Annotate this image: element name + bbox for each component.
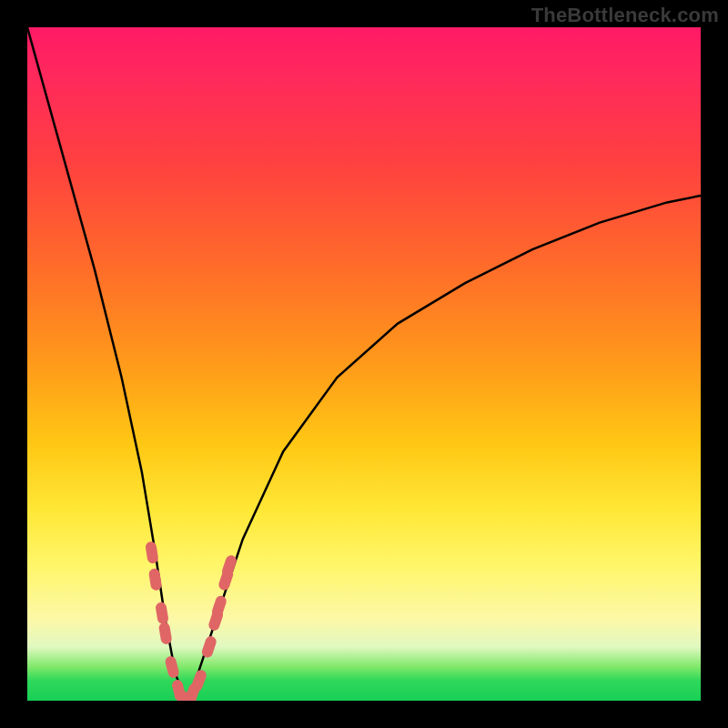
chart-frame: TheBottleneck.com [0,0,728,728]
curve-marker [221,554,238,579]
bottleneck-curve [27,27,701,701]
curve-marker [210,594,228,619]
curve-marker [158,622,173,645]
chart-svg [27,27,701,701]
curve-marker [200,635,217,660]
watermark-label: TheBottleneck.com [531,4,719,27]
curve-marker [155,602,169,625]
curve-marker [148,568,163,592]
curve-marker [164,655,179,679]
curve-marker [145,541,159,564]
curve-markers [145,541,238,701]
chart-plot-area [27,27,701,701]
